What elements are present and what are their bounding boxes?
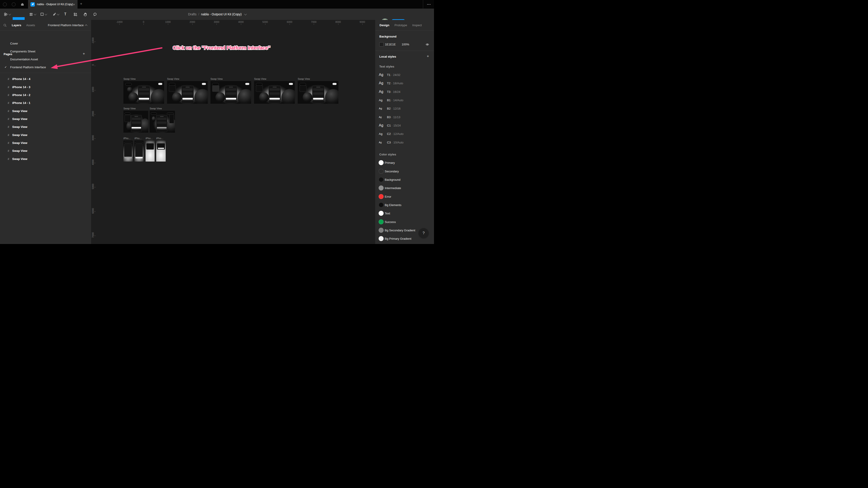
color-style-row[interactable]: Text bbox=[375, 210, 434, 217]
frame-label[interactable]: iPho... bbox=[156, 137, 166, 140]
text-style-row[interactable]: Ag T3 · 16/24 bbox=[375, 88, 434, 95]
resources-tool-button[interactable] bbox=[71, 8, 79, 20]
canvas-frame-iphone[interactable] bbox=[134, 140, 144, 162]
frame-label[interactable]: Swap View bbox=[298, 77, 310, 80]
layer-row[interactable]: # iPhone 14 - 2 bbox=[0, 91, 91, 99]
canvas-frame-swap-view[interactable] bbox=[211, 81, 251, 104]
text-style-row[interactable]: Ag C2 · 12/Auto bbox=[375, 130, 434, 137]
search-icon[interactable] bbox=[3, 24, 7, 27]
frame-label[interactable]: Swap View bbox=[254, 77, 266, 80]
frame-label[interactable]: Swap View bbox=[123, 107, 135, 110]
hand-tool-icon bbox=[83, 12, 87, 16]
tab-prototype[interactable]: Prototype bbox=[395, 24, 407, 27]
canvas-frame-iphone[interactable] bbox=[146, 140, 155, 162]
page-item-frontend-platform-interface[interactable]: ✓ Frontend Platform Interface bbox=[0, 64, 91, 70]
page-item-cover[interactable]: Cover bbox=[0, 40, 91, 47]
tab-inspect[interactable]: Inspect bbox=[412, 24, 422, 27]
page-item-components-sheet[interactable]: Components Sheet bbox=[0, 48, 91, 55]
frame-tool-button[interactable] bbox=[28, 8, 37, 20]
ruler-label: 5000 bbox=[92, 184, 94, 189]
text-tool-button[interactable]: T bbox=[62, 8, 69, 20]
canvas-frame-swap-view[interactable] bbox=[150, 111, 175, 133]
color-style-row[interactable]: Primary bbox=[375, 159, 434, 166]
help-button[interactable]: ? bbox=[418, 228, 429, 238]
layer-row[interactable]: # Swap View bbox=[0, 131, 91, 139]
layer-row[interactable]: # Swap View bbox=[0, 147, 91, 155]
canvas-frame-swap-view[interactable] bbox=[123, 81, 164, 104]
frame-icon: # bbox=[8, 158, 9, 161]
tab-assets[interactable]: Assets bbox=[26, 24, 35, 27]
nav-forward-circle[interactable] bbox=[12, 2, 16, 6]
home-icon[interactable] bbox=[20, 2, 24, 6]
pen-tool-button[interactable] bbox=[51, 8, 61, 20]
frame-label[interactable]: Swap View bbox=[211, 77, 223, 80]
dot-separator: · bbox=[392, 124, 393, 127]
layer-row[interactable]: # iPhone 14 - 3 bbox=[0, 83, 91, 91]
swap-card bbox=[138, 86, 150, 101]
frame-label[interactable]: iPho... bbox=[134, 137, 144, 140]
page-item-documentation-asset[interactable]: Documentation Asset bbox=[0, 56, 91, 63]
add-style-icon[interactable]: + bbox=[427, 54, 429, 59]
text-style-row[interactable]: Ag B2 · 12/16 bbox=[375, 105, 434, 112]
layer-row[interactable]: # iPhone 14 - 1 bbox=[0, 99, 91, 107]
shape-tool-button[interactable] bbox=[38, 8, 49, 20]
eye-visibility-icon[interactable] bbox=[426, 42, 429, 46]
mini-side-panel bbox=[169, 114, 174, 124]
file-tab[interactable]: nabla - Outpost UI Kit (Copy) × bbox=[28, 0, 78, 8]
background-color-row[interactable]: 1E1E1E 100% bbox=[375, 42, 434, 46]
chevron-down-icon[interactable] bbox=[244, 13, 247, 15]
text-style-row[interactable]: Ag T1 · 24/32 bbox=[375, 71, 434, 78]
background-opacity-value[interactable]: 100% bbox=[402, 43, 409, 46]
color-swatch[interactable] bbox=[379, 42, 383, 46]
color-style-row[interactable]: Error bbox=[375, 193, 434, 200]
background-hex-value[interactable]: 1E1E1E bbox=[385, 43, 396, 46]
canvas-frame-iphone[interactable] bbox=[156, 140, 166, 162]
layer-row[interactable]: # Swap View bbox=[0, 139, 91, 147]
color-style-row[interactable]: Bg Elements bbox=[375, 201, 434, 208]
local-styles-title: Local styles bbox=[379, 55, 396, 58]
breadcrumb[interactable]: Drafts / nabla - Outpost UI Kit (Copy) bbox=[188, 8, 246, 20]
tab-design[interactable]: Design bbox=[379, 24, 389, 27]
canvas-frame-swap-view[interactable] bbox=[123, 111, 148, 133]
breadcrumb-folder[interactable]: Drafts bbox=[188, 12, 196, 16]
frame-label[interactable]: Swap View bbox=[123, 77, 135, 80]
text-style-row[interactable]: Ag C3 · 10/Auto bbox=[375, 139, 434, 146]
main-menu-button[interactable] bbox=[2, 8, 12, 20]
frame-icon: # bbox=[8, 125, 9, 129]
color-swatch bbox=[379, 186, 383, 191]
color-style-row[interactable]: Success bbox=[375, 219, 434, 225]
breadcrumb-file-name: nabla - Outpost UI Kit (Copy) bbox=[201, 12, 242, 16]
text-style-row[interactable]: Ag B1 · 14/Auto bbox=[375, 97, 434, 103]
close-tab-icon[interactable]: × bbox=[73, 2, 75, 6]
nav-back-circle[interactable] bbox=[3, 2, 7, 6]
new-tab-icon[interactable]: + bbox=[80, 2, 82, 6]
mini-cta-pill bbox=[245, 83, 249, 85]
color-style-row[interactable]: Secondary bbox=[375, 168, 434, 175]
canvas-frame-swap-view[interactable] bbox=[254, 81, 295, 104]
frame-label[interactable]: iPho... bbox=[123, 137, 133, 140]
frame-label[interactable]: iPho... bbox=[146, 137, 155, 140]
text-style-row[interactable]: Ag B3 · 11/13 bbox=[375, 113, 434, 121]
window-menu-dots-icon[interactable]: ••• bbox=[425, 0, 434, 8]
canvas-frame-swap-view[interactable] bbox=[298, 81, 338, 104]
page-selector[interactable]: Frontend Platform Interface bbox=[48, 20, 87, 31]
tab-layers[interactable]: Layers bbox=[12, 24, 21, 27]
layer-row[interactable]: # iPhone 14 - 4 bbox=[0, 75, 91, 83]
canvas-viewport[interactable]: -1000 0 1000 2000 3000 4000 5000 6000 70… bbox=[91, 20, 375, 244]
layer-row[interactable]: # Swap View bbox=[0, 115, 91, 123]
layer-row[interactable]: # Swap View bbox=[0, 107, 91, 115]
color-style-row[interactable]: Intermediate bbox=[375, 185, 434, 191]
text-style-row[interactable]: Ag C1 · 15/24 bbox=[375, 122, 434, 129]
layer-row[interactable]: # Swap View bbox=[0, 123, 91, 131]
text-style-row[interactable]: Ag T2 · 18/Auto bbox=[375, 80, 434, 87]
frame-label[interactable]: Swap View bbox=[150, 107, 162, 110]
color-style-row[interactable]: Background bbox=[375, 176, 434, 183]
swap-card bbox=[156, 115, 167, 129]
canvas-frame-iphone[interactable] bbox=[123, 140, 133, 162]
canvas-frame-swap-view[interactable] bbox=[167, 81, 208, 104]
comment-tool-button[interactable] bbox=[91, 8, 99, 20]
hand-tool-button[interactable] bbox=[81, 8, 89, 20]
frame-label[interactable]: Swap View bbox=[167, 77, 179, 80]
question-icon: ? bbox=[423, 231, 425, 235]
layer-row[interactable]: # Swap View bbox=[0, 155, 91, 163]
